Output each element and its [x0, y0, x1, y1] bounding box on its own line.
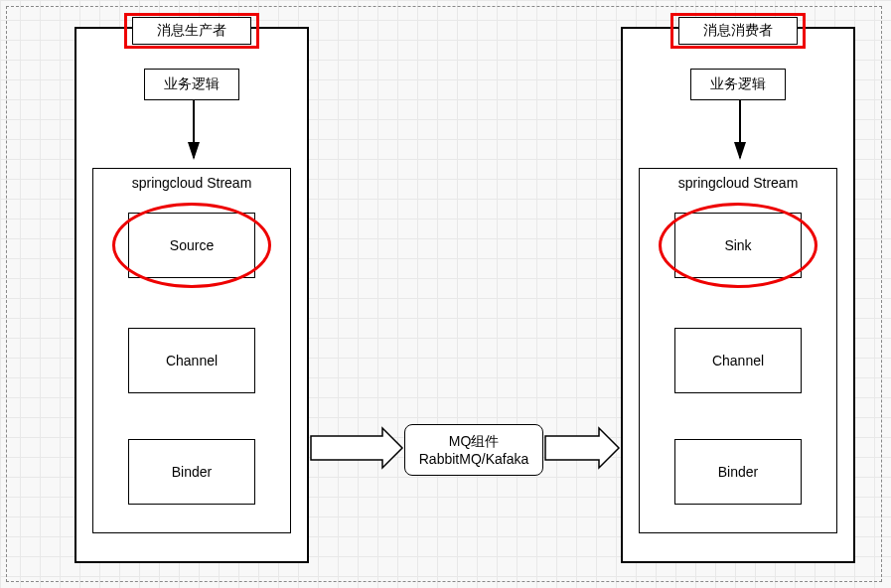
- mq-line1: MQ组件: [449, 432, 500, 450]
- producer-source-box: Source: [128, 213, 255, 278]
- diagram-canvas: 消息生产者 业务逻辑 springcloud Stream Source: [6, 6, 882, 582]
- producer-binder: Binder: [172, 464, 212, 480]
- consumer-channel: Channel: [712, 353, 764, 368]
- consumer-stream-container: springcloud Stream Sink Channel Binder: [639, 168, 837, 533]
- consumer-sink: Sink: [724, 237, 751, 253]
- consumer-binder-box: Binder: [674, 439, 802, 505]
- producer-container: 消息生产者 业务逻辑 springcloud Stream Source: [74, 27, 309, 563]
- consumer-sink-box: Sink: [674, 213, 802, 278]
- consumer-binder: Binder: [718, 464, 758, 480]
- mq-line2: RabbitMQ/Kafaka: [419, 450, 529, 468]
- consumer-stream-title: springcloud Stream: [640, 173, 836, 193]
- producer-title: 消息生产者: [157, 22, 226, 40]
- mq-box: MQ组件 RabbitMQ/Kafaka: [404, 424, 543, 476]
- producer-logic: 业务逻辑: [164, 75, 220, 93]
- producer-title-box: 消息生产者: [132, 17, 251, 45]
- arrow-producer-to-mq: [311, 428, 402, 468]
- consumer-logic: 业务逻辑: [710, 75, 766, 93]
- consumer-logic-box: 业务逻辑: [690, 69, 786, 100]
- producer-stream-container: springcloud Stream Source Channel Binder: [92, 168, 291, 533]
- consumer-title-box: 消息消费者: [678, 17, 798, 45]
- producer-logic-box: 业务逻辑: [144, 69, 239, 100]
- consumer-container: 消息消费者 业务逻辑 springcloud Stream Sink: [621, 27, 855, 563]
- consumer-title: 消息消费者: [703, 22, 773, 40]
- arrow-mq-to-consumer: [545, 428, 619, 468]
- producer-channel-box: Channel: [128, 328, 255, 393]
- producer-binder-box: Binder: [128, 439, 255, 505]
- producer-channel: Channel: [166, 353, 218, 368]
- producer-source: Source: [170, 237, 214, 253]
- producer-stream-title: springcloud Stream: [93, 173, 290, 193]
- consumer-channel-box: Channel: [674, 328, 802, 393]
